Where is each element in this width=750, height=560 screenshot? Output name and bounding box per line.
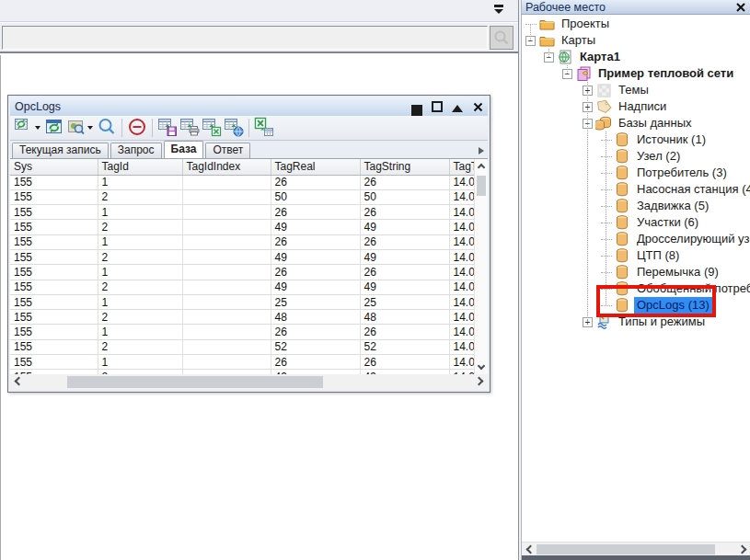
- column-header[interactable]: TagTime: [449, 159, 474, 175]
- vertical-scroll-thumb[interactable]: [477, 176, 486, 196]
- tree-item-label: Потребитель (3): [634, 165, 730, 181]
- tree-item-18[interactable]: OpcLogs (13): [522, 297, 750, 314]
- table-row[interactable]: 1552494914.05: [10, 280, 474, 294]
- tree-item-13[interactable]: Участки (6): [522, 214, 750, 231]
- tree-item-label: Пример тепловой сети: [595, 65, 736, 82]
- column-header[interactable]: TagReal: [271, 159, 360, 175]
- table-row[interactable]: 1552494914.05: [10, 220, 474, 234]
- table-row[interactable]: 1551262614.05: [10, 234, 474, 249]
- tree-item-16[interactable]: Перемычка (9): [522, 264, 750, 280]
- db-icon: [614, 265, 630, 280]
- tree-connector-line: [567, 65, 568, 74]
- search-button[interactable]: [490, 26, 513, 50]
- requery-table-button[interactable]: [13, 117, 35, 139]
- remove-filter-button[interactable]: [126, 117, 148, 139]
- tree-item-15[interactable]: ЦТП (8): [522, 247, 750, 264]
- column-header[interactable]: TagString: [360, 159, 449, 175]
- tree-item-3[interactable]: −Карта1: [522, 49, 750, 65]
- save-table-button[interactable]: [156, 117, 179, 139]
- opclogs-tabstrip: Текущая записьЗапросБазаОтвет: [10, 141, 488, 158]
- print-table-button[interactable]: [179, 117, 201, 139]
- scroll-left-icon[interactable]: [15, 377, 24, 386]
- db-icon: [614, 232, 630, 246]
- tree-item-4[interactable]: −Пример тепловой сети: [522, 65, 750, 82]
- table-cell: 14.05: [449, 189, 474, 204]
- pin-button[interactable]: [452, 101, 463, 112]
- table-row[interactable]: 1551262614.05: [10, 265, 474, 280]
- tab-3[interactable]: База: [164, 141, 204, 158]
- table-row[interactable]: 1551252514.05: [10, 294, 474, 309]
- horizontal-scroll-thumb[interactable]: [67, 376, 323, 388]
- tree-scroll-thumb[interactable]: [537, 544, 715, 554]
- close-button[interactable]: [472, 101, 483, 112]
- table-cell: 50: [271, 189, 360, 204]
- scroll-right-icon[interactable]: [475, 377, 484, 386]
- scroll-up-icon[interactable]: [478, 164, 485, 171]
- tree-item-label: Темы: [616, 82, 652, 98]
- table-cell: 25: [360, 294, 449, 309]
- search-input[interactable]: [2, 26, 488, 50]
- vertical-scrollbar[interactable]: [474, 159, 488, 374]
- tree-item-11[interactable]: Насосная станция (4): [522, 181, 750, 198]
- table-row[interactable]: 1552494914.05: [10, 249, 474, 264]
- dropdown-caret-icon[interactable]: [35, 126, 40, 130]
- scroll-left-icon[interactable]: [526, 545, 536, 554]
- panel-close-button[interactable]: [735, 2, 746, 13]
- maximize-button[interactable]: [432, 101, 443, 112]
- horizontal-scrollbar[interactable]: [10, 374, 488, 390]
- table-cell: 2: [98, 310, 182, 325]
- export-excel-button[interactable]: [201, 117, 223, 139]
- scroll-right-icon[interactable]: [738, 545, 747, 554]
- tree-horizontal-scrollbar[interactable]: [522, 542, 750, 555]
- table-cell: 155: [10, 189, 98, 204]
- table-row[interactable]: 1551262614.05: [10, 355, 474, 370]
- tree-item-8[interactable]: Источник (1): [522, 131, 750, 148]
- tree-item-12[interactable]: Задвижка (5): [522, 198, 750, 214]
- tree-item-7[interactable]: −Базы данных: [522, 115, 750, 131]
- export-web-icon: [224, 117, 244, 140]
- tab-scroll-right-icon[interactable]: [479, 147, 484, 154]
- table-cell: [182, 265, 271, 280]
- excel-import-button[interactable]: [253, 117, 275, 139]
- table-row[interactable]: 1551262614.05: [10, 325, 474, 339]
- column-header[interactable]: Sys: [10, 159, 98, 175]
- tree-item-5[interactable]: +Темы: [522, 82, 750, 98]
- column-header[interactable]: TagIdIndex: [182, 159, 271, 175]
- toolbar-overflow-icon[interactable]: [492, 4, 505, 17]
- tab-4[interactable]: Ответ: [205, 143, 250, 158]
- table-row[interactable]: 1552505014.05: [10, 189, 474, 204]
- table-row[interactable]: 1552525214.05: [10, 339, 474, 354]
- tree-item-label: Узел (2): [634, 148, 683, 165]
- workspace-panel-header: Рабочее место: [522, 0, 750, 15]
- table-row[interactable]: 1552484814.05: [10, 310, 474, 325]
- tab-2[interactable]: Запрос: [110, 143, 162, 158]
- table-row[interactable]: 1551262614.05: [10, 205, 474, 220]
- tree-item-17[interactable]: Обобщенный потребитель (10): [522, 280, 750, 297]
- tree-dotted-line: [601, 223, 612, 223]
- tree-item-6[interactable]: +Надписи: [522, 98, 750, 115]
- table-cell: 52: [360, 339, 449, 354]
- search-magnifier-button[interactable]: [96, 117, 118, 139]
- opclogs-titlebar[interactable]: OpcLogs: [10, 97, 488, 116]
- refresh-window-button[interactable]: [43, 117, 65, 139]
- scroll-down-icon[interactable]: [478, 362, 485, 370]
- export-web-button[interactable]: [223, 117, 245, 139]
- minimize-button[interactable]: [411, 101, 422, 112]
- opclogs-table: SysTagIdTagIdIndexTagRealTagStringTagTim…: [10, 159, 475, 374]
- window-title: OpcLogs: [15, 100, 61, 113]
- column-header[interactable]: TagId: [98, 159, 182, 175]
- table-cell: [182, 205, 271, 220]
- dropdown-caret-icon[interactable]: [87, 126, 93, 130]
- tree-item-label: Карты: [559, 32, 598, 49]
- preview-image-button[interactable]: [65, 117, 87, 139]
- tree-item-9[interactable]: Узел (2): [522, 148, 750, 165]
- table-cell: [182, 249, 271, 264]
- tree-item-1[interactable]: Проекты: [522, 16, 750, 32]
- tree-item-2[interactable]: −Карты: [522, 32, 750, 49]
- tree-item-label: Источник (1): [634, 131, 709, 148]
- tree-item-10[interactable]: Потребитель (3): [522, 165, 750, 181]
- tab-1[interactable]: Текущая запись: [12, 143, 109, 158]
- tree-item-19[interactable]: +Типы и режимы: [522, 314, 750, 330]
- tree-item-14[interactable]: Дросселирующий узел (7): [522, 231, 750, 247]
- table-row[interactable]: 1551262614.05: [10, 175, 474, 189]
